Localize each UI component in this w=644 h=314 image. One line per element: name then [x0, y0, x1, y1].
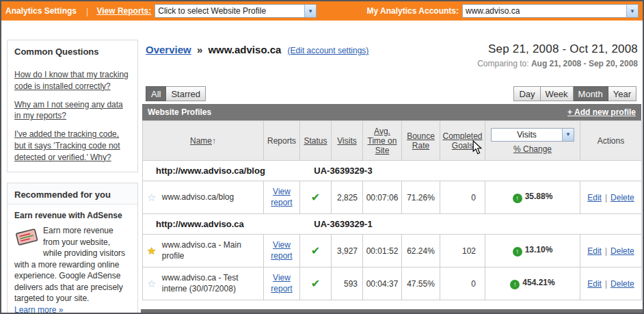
pct-change-value: ↑13.10%: [485, 235, 580, 267]
star-icon[interactable]: ☆: [147, 278, 156, 289]
up-arrow-icon: ↑: [510, 280, 520, 289]
profile-name: www.adviso.ca - Main profile: [162, 240, 258, 261]
edit-link[interactable]: Edit: [587, 279, 602, 289]
view-reports-link[interactable]: View Reports:: [96, 6, 151, 16]
visits-value: 2,825: [332, 181, 363, 214]
avg-time-value: 00:04:37: [363, 267, 402, 300]
pct-change-value: ↑454.21%: [485, 267, 580, 300]
add-new-profile-link[interactable]: + Add new profile: [567, 107, 636, 117]
account-select[interactable]: www.adviso.ca ▼: [462, 4, 639, 18]
delete-link[interactable]: Delete: [611, 279, 634, 289]
goals-value: 102: [440, 235, 485, 267]
status-check-icon: ✔: [311, 192, 320, 203]
analytics-settings-page: Analytics Settings | View Reports: Click…: [0, 0, 644, 314]
view-report-link[interactable]: View report: [268, 273, 295, 294]
question-link-not-verified[interactable]: I've added the tracking code, but it say…: [14, 129, 131, 163]
column-header-bounce-rate[interactable]: Bounce Rate: [402, 121, 440, 161]
goals-value: 0: [440, 181, 485, 214]
top-bar: Analytics Settings | View Reports: Click…: [1, 1, 643, 21]
app-title: Analytics Settings: [5, 6, 77, 16]
pct-change-value: ↑35.88%: [485, 181, 580, 214]
tab-all[interactable]: All: [146, 86, 166, 101]
view-report-link[interactable]: View report: [268, 187, 295, 208]
column-header-name[interactable]: Name↑: [143, 121, 264, 161]
recommended-title: Recommended for you: [8, 183, 137, 205]
date-range-block: Sep 21, 2008 - Oct 21, 2008 Comparing to…: [477, 42, 638, 68]
edit-account-settings-link[interactable]: (Edit account settings): [288, 46, 369, 55]
bounce-rate-value: 47.55%: [402, 267, 440, 300]
table-title-bar: Website Profiles + Add new profile: [142, 104, 641, 120]
column-header-completed-goals[interactable]: Completed Goals: [440, 121, 485, 161]
table-bottom-edge: [141, 309, 643, 313]
visits-value: 593: [332, 267, 363, 300]
website-profiles-section: Website Profiles + Add new profile Name↑…: [142, 104, 641, 300]
sort-asc-icon: ↑: [212, 136, 216, 146]
breadcrumb-account: www.adviso.ca: [208, 44, 281, 55]
profile-name: www.adviso.ca - Test interne (30/07/2008…: [162, 273, 258, 294]
common-questions-title: Common Questions: [8, 40, 137, 61]
delete-link[interactable]: Delete: [611, 193, 634, 202]
avg-time-value: 00:07:06: [363, 181, 402, 214]
common-questions-panel: Common Questions How do I know that my t…: [7, 40, 138, 172]
view-report-link[interactable]: View report: [268, 240, 295, 261]
date-range: Sep 21, 2008 - Oct 21, 2008: [477, 42, 638, 56]
column-header-actions: Actions: [580, 121, 642, 161]
edit-link[interactable]: Edit: [587, 193, 602, 202]
breadcrumb-overview-link[interactable]: Overview: [146, 44, 191, 55]
tab-week[interactable]: Week: [541, 86, 574, 101]
bounce-rate-value: 62.24%: [402, 235, 440, 267]
tab-month[interactable]: Month: [574, 86, 608, 101]
star-filter-tabs: All Starred: [146, 86, 206, 101]
website-profile-select-value: Click to select Website Profile: [155, 5, 304, 17]
breadcrumb: Overview » www.adviso.ca (Edit account s…: [146, 44, 368, 55]
sidebar: Common Questions How do I know that my t…: [7, 40, 138, 314]
delete-link[interactable]: Delete: [611, 246, 634, 256]
period-tabs: Day Week Month Year: [513, 86, 636, 101]
column-header-status[interactable]: Status: [300, 121, 332, 161]
adsense-icon: [14, 227, 39, 250]
account-select-value: www.adviso.ca: [463, 5, 626, 17]
comparing-label: Comparing to:: [477, 59, 528, 68]
bounce-rate-value: 71.26%: [402, 181, 440, 214]
column-header-reports: Reports: [264, 121, 300, 161]
up-arrow-icon: ↑: [513, 194, 522, 203]
my-accounts-label: My Analytics Accounts:: [367, 6, 459, 16]
comparing-range: Aug 21, 2008 - Sep 20, 2008: [531, 59, 638, 68]
table-row: ☆ www.adviso.ca/blog View report ✔ 2,825…: [143, 181, 642, 214]
adsense-heading: Earn revenue with AdSense: [14, 210, 131, 222]
profile-name: www.adviso.ca/blog: [162, 192, 258, 203]
up-arrow-icon: ↑: [513, 247, 522, 257]
learn-more-link[interactable]: Learn more »: [14, 305, 63, 314]
table-title: Website Profiles: [148, 107, 211, 117]
tab-starred[interactable]: Starred: [166, 86, 206, 101]
table-row: ★ www.adviso.ca - Main profile View repo…: [143, 235, 642, 267]
profiles-table: Name↑ Reports Status Visits Avg. Time on…: [142, 120, 642, 300]
status-check-icon: ✔: [311, 245, 320, 257]
pct-change-link[interactable]: % Change: [513, 144, 552, 154]
website-profile-select[interactable]: Click to select Website Profile ▼: [155, 4, 317, 18]
table-header-row: Name↑ Reports Status Visits Avg. Time on…: [143, 121, 642, 161]
column-header-visits[interactable]: Visits: [332, 121, 363, 161]
chevron-down-icon: ▼: [304, 5, 316, 17]
status-check-icon: ✔: [311, 278, 320, 289]
tab-year[interactable]: Year: [608, 86, 636, 101]
avg-time-value: 00:01:52: [363, 235, 402, 267]
question-link-tracking-installed[interactable]: How do I know that my tracking code is i…: [14, 69, 131, 92]
recommended-panel: Recommended for you Earn revenue with Ad…: [7, 183, 138, 314]
chevron-down-icon: ▼: [626, 5, 638, 17]
group-ua-code: UA-3639329-3: [314, 166, 372, 176]
chevron-down-icon: ▼: [562, 129, 574, 141]
divider: |: [86, 6, 88, 16]
metric-select-value: Visits: [492, 129, 562, 141]
star-icon[interactable]: ★: [147, 245, 156, 257]
column-header-avg-time[interactable]: Avg. Time on Site: [363, 121, 402, 161]
group-site-name: http://www.adviso.ca/blog: [156, 166, 312, 176]
star-icon[interactable]: ☆: [147, 192, 156, 203]
group-ua-code: UA-3639329-1: [314, 219, 372, 229]
visits-value: 3,927: [332, 235, 363, 267]
edit-link[interactable]: Edit: [587, 246, 602, 256]
metric-select[interactable]: Visits ▼: [491, 128, 574, 142]
column-header-metric: Visits ▼ % Change: [485, 121, 580, 161]
tab-day[interactable]: Day: [513, 86, 540, 101]
question-link-no-data[interactable]: Why am I not seeing any data in my repor…: [14, 99, 131, 122]
